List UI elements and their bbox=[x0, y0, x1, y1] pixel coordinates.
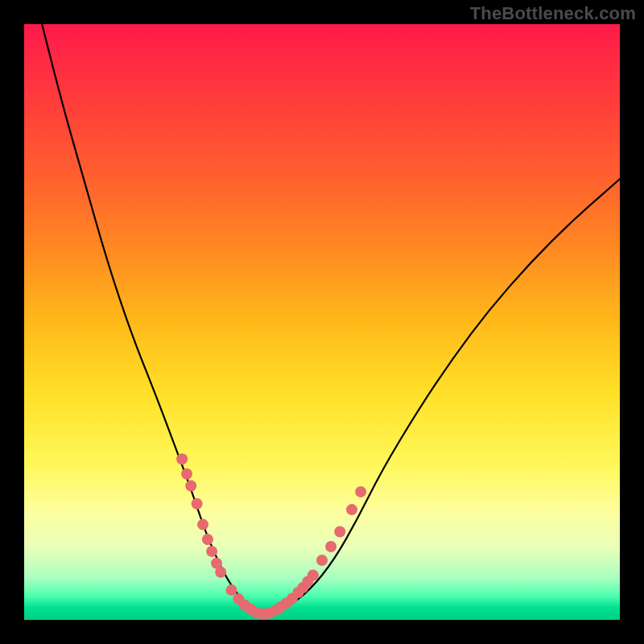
highlight-dot bbox=[192, 498, 203, 510]
highlight-dot bbox=[316, 555, 328, 566]
highlight-dot bbox=[308, 570, 319, 581]
highlight-dots bbox=[176, 453, 366, 619]
highlight-dot bbox=[202, 534, 213, 545]
highlight-dot bbox=[206, 546, 217, 557]
highlight-dot bbox=[197, 519, 208, 530]
highlight-dot bbox=[181, 469, 192, 480]
chart-container: TheBottleneck.com bbox=[0, 0, 644, 644]
highlight-dot bbox=[325, 541, 336, 552]
highlight-dot bbox=[176, 453, 188, 464]
highlight-dot bbox=[226, 584, 237, 596]
highlight-dot bbox=[185, 481, 196, 492]
plot-area bbox=[24, 24, 620, 620]
watermark-text: TheBottleneck.com bbox=[470, 3, 636, 24]
bottleneck-curve bbox=[42, 24, 620, 613]
curve-overlay bbox=[24, 24, 620, 620]
highlight-dot bbox=[334, 526, 345, 538]
highlight-dot bbox=[215, 567, 226, 578]
highlight-dot bbox=[355, 486, 366, 497]
highlight-dot bbox=[346, 504, 357, 515]
